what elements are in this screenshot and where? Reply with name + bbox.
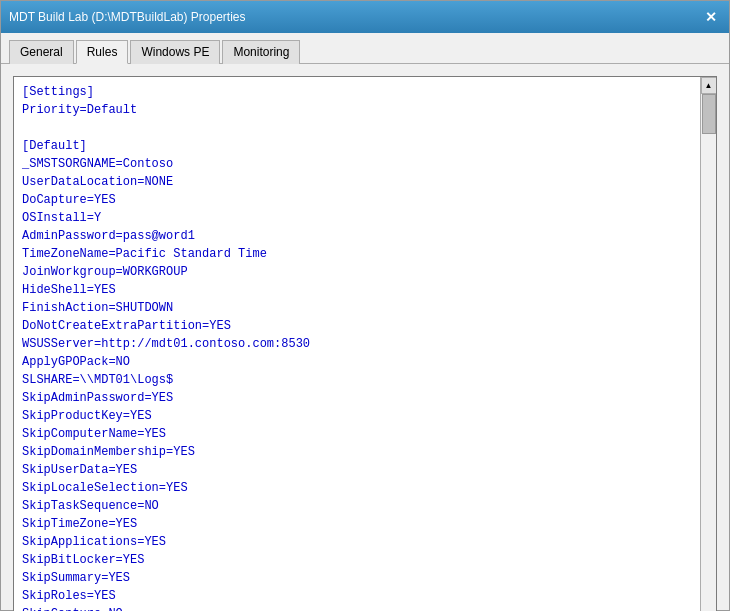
scroll-up-button[interactable]: ▲ [701, 77, 717, 94]
window-title: MDT Build Lab (D:\MDTBuildLab) Propertie… [9, 10, 246, 24]
tab-general[interactable]: General [9, 40, 74, 64]
scrollbar-thumb-area [701, 94, 716, 611]
tab-rules[interactable]: Rules [76, 40, 129, 64]
content-area: [Settings] Priority=Default [Default] _S… [1, 64, 729, 611]
scrollbar[interactable]: ▲ ▼ [700, 77, 716, 611]
tab-bar: General Rules Windows PE Monitoring [1, 33, 729, 64]
properties-window: MDT Build Lab (D:\MDTBuildLab) Propertie… [0, 0, 730, 611]
rules-editor: [Settings] Priority=Default [Default] _S… [13, 76, 717, 611]
rules-text[interactable]: [Settings] Priority=Default [Default] _S… [14, 77, 700, 611]
close-button[interactable]: ✕ [701, 7, 721, 27]
scrollbar-thumb[interactable] [702, 94, 716, 134]
title-bar: MDT Build Lab (D:\MDTBuildLab) Propertie… [1, 1, 729, 33]
tab-windows-pe[interactable]: Windows PE [130, 40, 220, 64]
tab-monitoring[interactable]: Monitoring [222, 40, 300, 64]
